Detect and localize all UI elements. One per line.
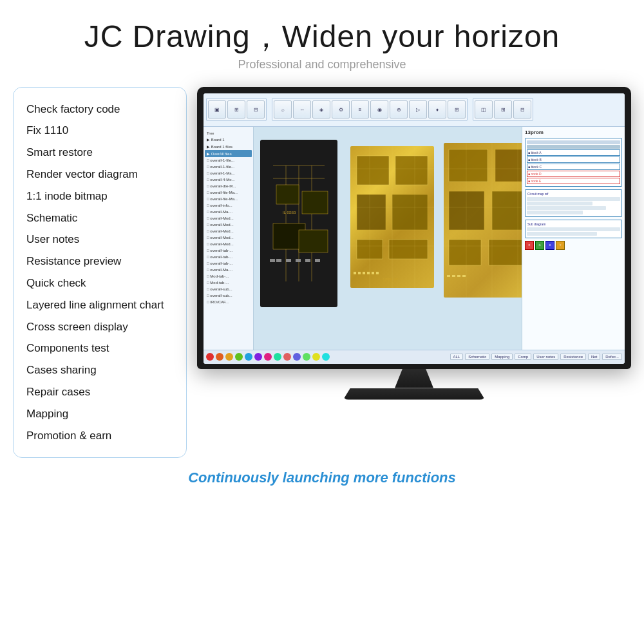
bottom-tab-usernotes[interactable]: User notes [533, 354, 558, 360]
color-dot-yellow [225, 353, 233, 361]
bottom-tab-schematic[interactable]: Schematic [465, 354, 489, 360]
sidebar-item-26[interactable]: □ IRO/CAF... [205, 299, 252, 305]
sidebar-item-1[interactable]: ▶ Board 1 [205, 136, 252, 143]
feature-item-schematic: Schematic [26, 208, 173, 229]
toolbar-btn-12[interactable]: ♦ [428, 100, 446, 118]
svg-rect-10 [270, 259, 275, 262]
screen-inner: ▣ ⊞ ⊟ ⌕ ↔ ◈ ⚙ ≡ ◉ ⊕ ▷ [204, 93, 625, 364]
sidebar-item-25[interactable]: □ overall-sub... [205, 292, 252, 299]
right-block-1: ■ block A ■ block B ■ block C ■ node D ■… [525, 138, 622, 187]
sidebar-item-16[interactable]: □ overall-Mod... [205, 234, 252, 241]
sidebar-item-14[interactable]: □ overall-Mod... [205, 222, 252, 228]
sidebar-item-24[interactable]: □ overall-sub... [205, 286, 252, 292]
toolbar-btn-16[interactable]: ⊟ [513, 100, 531, 118]
monitor-frame: ▣ ⊞ ⊟ ⌕ ↔ ◈ ⚙ ≡ ◉ ⊕ ▷ [197, 87, 631, 369]
color-dot-blue [245, 353, 252, 361]
sidebar-item-11[interactable]: □ overall-info... [205, 202, 252, 209]
svg-rect-50 [447, 275, 450, 277]
sidebar-item-3[interactable]: ▶ OverAll files [205, 150, 252, 157]
feature-item-mapping: Mapping [26, 404, 173, 424]
toolbar-btn-14[interactable]: ◫ [475, 100, 493, 118]
bottom-tab-comp[interactable]: Comp [515, 354, 531, 360]
sidebar-item-5[interactable]: □ overall-1-file... [205, 164, 252, 170]
pcb-gold-svg-1: 1PRLIF [350, 146, 434, 288]
feature-item-quick-check: Quick check [26, 273, 173, 294]
sidebar-item-17[interactable]: □ overall-Mod... [205, 241, 252, 247]
monitor-screen: ▣ ⊞ ⊟ ⌕ ↔ ◈ ⚙ ≡ ◉ ⊕ ▷ [204, 93, 625, 364]
color-dot-lime [303, 353, 310, 361]
svg-rect-12 [286, 259, 291, 262]
screen-sidebar: Tree ▶ Board 1 ▶ Board 1 files ▶ OverAll… [204, 127, 254, 350]
main-title: JC Drawing，Widen your horizon [0, 18, 644, 55]
sidebar-item-23[interactable]: □ Mod-tab-... [205, 279, 252, 286]
screen-bottom-bar: ALL Schematic Mapping Comp User notes Re… [204, 350, 625, 364]
svg-rect-38 [449, 149, 488, 182]
sidebar-item-8[interactable]: □ overall-dte-M... [205, 183, 252, 189]
toolbar-btn-13[interactable]: ⊞ [448, 100, 466, 118]
svg-rect-43 [489, 240, 522, 265]
svg-rect-39 [495, 149, 522, 182]
toolbar-btn-11[interactable]: ▷ [409, 100, 427, 118]
color-dot-indigo [293, 353, 301, 361]
features-panel: Check factory codeFix 1110Smart restoreR… [13, 87, 187, 459]
feature-item-check-factory-code: Check factory code [26, 99, 173, 120]
toolbar-btn-15[interactable]: ⊞ [494, 100, 512, 118]
toolbar-btn-4[interactable]: ⌕ [274, 100, 292, 118]
indicator-blue: B [545, 241, 554, 250]
toolbar-btn-7[interactable]: ⚙ [332, 100, 350, 118]
toolbar-btn-5[interactable]: ↔ [293, 100, 311, 118]
bottom-tab-net[interactable]: Net [588, 354, 600, 360]
sidebar-item-18[interactable]: □ overall-tab-... [205, 247, 252, 254]
sidebar-item-15[interactable]: □ overall-Mod... [205, 228, 252, 234]
footer-text: Continuously launching more functions [188, 469, 456, 486]
toolbar-btn-8[interactable]: ≡ [351, 100, 369, 118]
sidebar-item-19[interactable]: □ overall-tab-... [205, 254, 252, 260]
svg-rect-41 [492, 191, 522, 230]
bottom-tab-mapping[interactable]: Mapping [491, 354, 513, 360]
sidebar-item-12[interactable]: □ overall-Ma-... [205, 209, 252, 215]
bottom-tab-resistance[interactable]: Resistance [560, 354, 586, 360]
svg-rect-35 [376, 272, 379, 274]
svg-rect-19 [395, 156, 428, 185]
svg-rect-52 [457, 275, 460, 277]
sidebar-item-13[interactable]: □ overall-Mod... [205, 215, 252, 222]
color-dot-cyan [322, 353, 330, 361]
sidebar-item-7[interactable]: □ overall-4-Mo... [205, 176, 252, 183]
toolbar-btn-1[interactable]: ▣ [208, 100, 226, 118]
sidebar-item-6[interactable]: □ overall-1-Ma... [205, 170, 252, 176]
bottom-tab-all[interactable]: ALL [450, 354, 464, 360]
screen-body: Tree ▶ Board 1 ▶ Board 1 files ▶ OverAll… [204, 127, 625, 350]
feature-item-smart-restore: Smart restore [26, 142, 173, 163]
toolbar-btn-2[interactable]: ⊞ [227, 100, 245, 118]
svg-rect-15 [315, 259, 320, 262]
toolbar-btn-6[interactable]: ◈ [312, 100, 330, 118]
toolbar-btn-9[interactable]: ◉ [370, 100, 388, 118]
indicator-yellow: Y [556, 241, 565, 250]
svg-rect-7 [302, 191, 328, 214]
toolbar-btn-10[interactable]: ⊕ [390, 100, 408, 118]
sidebar-item-10[interactable]: □ overall-file-Ma... [205, 196, 252, 202]
footer-section: Continuously launching more functions [0, 458, 644, 491]
sidebar-item-22[interactable]: □ Mod-tab-... [205, 273, 252, 279]
bottom-tab-defec[interactable]: Defec... [602, 354, 622, 360]
feature-item-render-vector-diagram: Render vector diagram [26, 164, 173, 185]
indicator-green: G [535, 241, 544, 250]
svg-text:1PRLIF: 1PRLIF [383, 278, 399, 282]
pcb-dark-board: IL 0S63 [260, 140, 337, 307]
sidebar-item-9[interactable]: □ overall-file-Ma... [205, 189, 252, 196]
svg-rect-51 [452, 275, 455, 277]
feature-item-fix-1110: Fix 1110 [26, 120, 173, 141]
toolbar-btn-3[interactable]: ⊟ [247, 100, 265, 118]
sidebar-item-20[interactable]: □ overall-tab-... [205, 260, 252, 267]
sidebar-item-21[interactable]: □ overall-Ma-... [205, 267, 252, 273]
svg-rect-18 [357, 156, 389, 185]
color-dot-purple [254, 353, 262, 361]
sidebar-item-4[interactable]: □ overall-1-file... [205, 157, 252, 164]
svg-rect-6 [276, 185, 299, 204]
right-panel-label: 13prom [525, 129, 622, 135]
svg-rect-53 [462, 275, 466, 277]
sidebar-item-2[interactable]: ▶ Board 1 files [205, 143, 252, 150]
svg-rect-32 [363, 272, 365, 274]
color-dot-red [206, 353, 214, 361]
svg-rect-33 [367, 272, 370, 274]
